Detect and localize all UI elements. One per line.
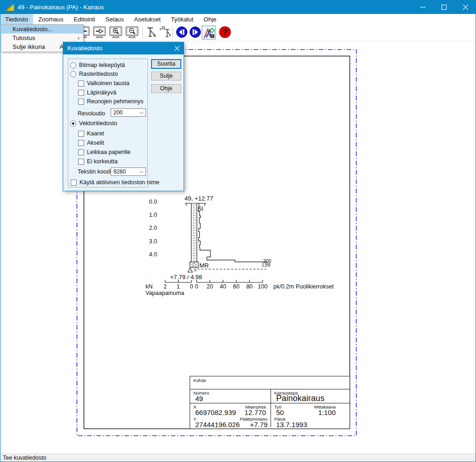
svg-text:100: 100 [258,283,268,290]
color-diagram-icon[interactable] [202,26,216,40]
menu-selaus[interactable]: Selaus [100,14,129,24]
right-axis-label: pk/0.2m Puolikierrokset [273,283,334,290]
tyo-value: 50 [274,409,305,415]
svg-text:0.0: 0.0 [149,199,157,205]
svg-text:0: 0 [190,283,193,290]
paiva-value: 13.7.1993 [274,422,350,428]
x-value: 6697082.939 [193,409,236,415]
end-level-text: +7.79 / 4.98 [170,274,202,281]
checkbox-axes[interactable]: Akselit [78,139,104,147]
checkbox-white-background[interactable]: Valkoinen tausta [78,80,130,87]
checkbox-icon[interactable] [78,131,84,137]
radio-icon[interactable] [70,62,76,68]
resolution-label: Resoluutio [78,110,105,117]
previous-borehole-icon[interactable] [175,26,189,40]
svg-text:2.0: 2.0 [149,225,157,231]
checkbox-clip-to-paper[interactable]: Leikkaa paperille [78,148,131,156]
svg-text:0: 0 [195,283,198,290]
menu-zoomaus[interactable]: Zoomaus [33,14,68,24]
suorita-button[interactable]: Suorita [151,59,181,69]
dialog-close-icon[interactable] [173,44,181,53]
menu-editointi[interactable]: Editointi [69,14,100,24]
maanpinta-value: 12.770 [236,409,266,415]
diagram-scale-icon[interactable] [145,26,159,40]
svg-text:3.0: 3.0 [149,238,157,245]
help-icon[interactable]: ? [218,26,232,40]
title-block-table: Kohde Numero 49 Kairaustapa Painokairaus… [190,376,350,429]
text-code-label: Tekstin koodi [78,168,111,175]
svg-text:x: x [159,27,162,31]
dialog-title-bar[interactable]: Kuvatiedosto [63,42,184,54]
menu-tiedosto[interactable]: Tiedosto [0,14,33,24]
left-axis-unit: kN [145,283,152,290]
window-title: 49 - Painokairaus (PA) - Kairaus [18,4,104,11]
close-button[interactable] [455,0,476,14]
menu-item-tulostus[interactable]: Tulostus › [1,33,83,42]
next-borehole-icon[interactable] [189,26,203,40]
menu-työkalut[interactable]: Työkalut [166,14,198,24]
work-cell: Työ 50 Mittakaava 1:100 Päivä 13.7.1993 [271,403,350,427]
title-bar: 49 - Painokairaus (PA) - Kairaus [0,0,476,14]
checkbox-icon[interactable] [78,80,84,87]
kairaustapa-value: Painokairaus [274,395,350,402]
zoom-in-icon[interactable] [109,26,123,40]
kairaustapa-cell: Kairaustapa Painokairaus [271,389,350,403]
chevron-down-icon [139,112,144,114]
mittakaava-value: 1:100 [305,409,336,415]
svg-text:80: 80 [246,283,253,290]
borehole-title: 49, +12.77 [185,195,213,202]
text-code-dropdown[interactable]: 9280 [111,167,146,176]
submenu-arrow-icon: › [78,33,79,42]
radio-vector-file[interactable]: Vektoritiedosto [70,120,117,127]
checkbox-arcs[interactable]: Kaaret [78,130,104,137]
svg-text:2: 2 [164,283,167,290]
left-axis-label: Vapaapainuma [145,290,184,296]
checkbox-icon[interactable] [78,159,84,165]
svg-text:1: 1 [177,283,180,290]
resolution-dropdown[interactable]: 200 [111,108,146,117]
svg-text:?: ? [223,28,227,37]
minimize-button[interactable] [412,0,433,14]
kuvatiedosto-dialog: Kuvatiedosto Bitmap leikepöytä Rasteriti… [63,42,184,191]
kohde-row: Kohde [190,376,350,389]
checkbox-icon[interactable] [78,90,84,96]
checkbox-icon[interactable] [71,180,77,186]
coordinates-cell: X 6697082.939 Maanpinta 12.770 Y 2744419… [190,403,271,427]
menu-ohje[interactable]: Ohje [198,14,221,24]
menu-bar: TiedostoZoomausEditointiSelausAsetuksetT… [0,14,476,24]
status-text: Tee kuvatiedosto [3,455,46,461]
menu-item-kuvatiedosto[interactable]: Kuvatiedosto... [1,25,83,33]
ohje-button[interactable]: Ohje [151,84,181,93]
numero-label: Numero [193,390,271,395]
y-value: 27444196.026 [193,422,240,428]
checkbox-icon[interactable] [78,140,84,146]
svg-text:20: 20 [206,283,213,290]
chevron-down-icon [139,171,144,174]
checkbox-transparent[interactable]: Läpinäkyvä [78,89,116,96]
diagram-scale-fixed-icon[interactable]: x [159,26,172,40]
checkbox-no-height[interactable]: Ei korkeutta [78,158,118,165]
overflow-code: L99 [262,262,271,268]
paattymistaso-value: +7.79 [240,422,268,428]
navigate-forward-icon[interactable] [93,26,106,40]
kohde-label: Kohde [193,378,206,383]
checkbox-edge-smoothing[interactable]: Reunojen pehmennys [78,98,144,105]
zoom-out-icon[interactable] [125,26,139,40]
radio-bitmap-clipboard[interactable]: Bitmap leikepöytä [70,61,125,69]
menu-asetukset[interactable]: Asetukset [129,14,166,24]
numero-value: 49 [193,395,271,402]
sulje-button[interactable]: Sulje [151,72,181,80]
svg-text:4.0: 4.0 [149,251,157,258]
svg-text:1.0: 1.0 [149,212,157,218]
checkbox-use-active-filename[interactable]: Käytä aktiivisen tiedoston nime [71,179,159,186]
status-bar: Tee kuvatiedosto [0,454,476,462]
checkbox-icon[interactable] [78,149,84,155]
radio-raster-file[interactable]: Rasteritiedosto [70,70,118,78]
dialog-title: Kuvatiedosto [67,45,102,52]
maximize-button[interactable] [433,0,455,14]
svg-text:60: 60 [233,283,239,290]
checkbox-icon[interactable] [78,99,84,105]
app-logo-icon [4,1,15,13]
radio-icon[interactable] [70,71,76,77]
radio-selected-icon[interactable] [70,121,76,127]
